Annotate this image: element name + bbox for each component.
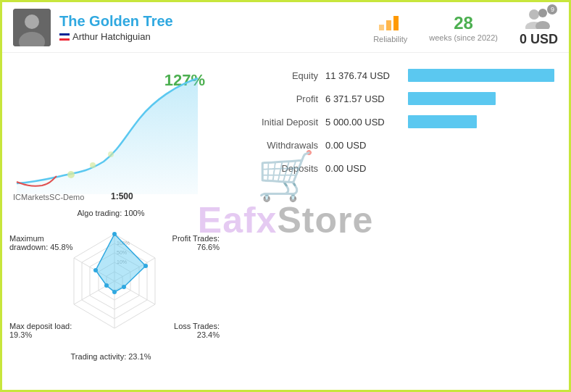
weeks-label: weeks (since 2022) [429, 33, 498, 42]
svg-point-28 [112, 232, 117, 236]
svg-point-12 [108, 151, 114, 157]
subscribers-badge: 9 [547, 4, 557, 14]
flag-icon [59, 33, 70, 41]
metric-row-3: Withdrawals0.00 USD [234, 133, 554, 157]
metric-row-2: Initial Deposit5 000.00 USD [234, 110, 554, 133]
reliability-block: Reliability [373, 12, 407, 43]
author-label: Arthur Hatchiguian [59, 31, 373, 42]
people-icon: 9 [522, 7, 554, 32]
metric-row-4: Deposits0.00 USD [234, 157, 554, 180]
svg-marker-27 [96, 234, 146, 292]
usd-value: 0 USD [520, 32, 558, 47]
right-panel: Equity11 376.74 USDProfit6 371.57 USDIni… [227, 53, 569, 392]
leverage-label: 1:500 [111, 191, 133, 201]
radar-section: Algo trading: 100% Profit Trades: 76.6% … [9, 209, 220, 361]
metric-label-3: Withdrawals [234, 133, 325, 157]
chart-area: 127% [9, 67, 220, 205]
svg-point-1 [25, 14, 39, 29]
svg-point-33 [93, 268, 98, 272]
avatar [13, 9, 51, 46]
radar-container: Algo trading: 100% Profit Trades: 76.6% … [9, 209, 220, 361]
svg-point-6 [529, 9, 539, 20]
metric-value-2: 5 000.00 USD [325, 110, 408, 133]
svg-point-29 [143, 264, 148, 268]
reliability-icon [373, 12, 407, 35]
svg-point-31 [112, 290, 117, 294]
metric-row-0: Equity11 376.74 USD [234, 64, 554, 87]
metric-value-1: 6 371.57 USD [325, 87, 408, 110]
metric-value-0: 11 376.74 USD [325, 64, 408, 87]
metric-label-4: Deposits [234, 157, 325, 180]
metrics-table: Equity11 376.74 USDProfit6 371.57 USDIni… [234, 64, 554, 180]
metric-bar-0 [408, 64, 554, 87]
svg-rect-5 [393, 16, 399, 30]
subscribers-block: 9 0 USD [520, 7, 558, 47]
weeks-count: 28 [429, 13, 498, 33]
radar-label-top: Algo trading: 100% [71, 209, 151, 217]
radar-chart: 100% 50% 10% [57, 223, 172, 339]
metric-bar-3 [408, 133, 554, 157]
main-content: 127% [2, 53, 569, 392]
svg-point-30 [122, 285, 126, 289]
main-container: The Golden Tree Arthur Hatchiguian Relia… [0, 0, 571, 392]
left-panel: 127% [2, 53, 227, 392]
metric-label-0: Equity [234, 64, 325, 87]
svg-point-8 [538, 9, 547, 17]
performance-chart [9, 67, 220, 201]
svg-rect-4 [386, 20, 391, 30]
metric-label-2: Initial Deposit [234, 110, 325, 133]
radar-label-bottom: Trading activity: 23.1% [64, 352, 158, 361]
reliability-label: Reliability [373, 35, 407, 43]
header-info: The Golden Tree Arthur Hatchiguian [59, 12, 373, 42]
metric-value-4: 0.00 USD [325, 157, 408, 180]
svg-point-11 [90, 162, 96, 168]
svg-point-32 [104, 283, 109, 288]
metric-label-1: Profit [234, 87, 325, 110]
weeks-block: 28 weeks (since 2022) [429, 13, 498, 42]
metric-value-3: 0.00 USD [325, 133, 408, 157]
svg-rect-3 [379, 25, 384, 30]
page-title: The Golden Tree [59, 12, 373, 30]
svg-point-9 [535, 21, 550, 29]
metric-bar-4 [408, 157, 554, 180]
metric-bar-1 [408, 87, 554, 110]
metric-bar-2 [408, 110, 554, 133]
header: The Golden Tree Arthur Hatchiguian Relia… [2, 2, 569, 53]
svg-point-10 [67, 171, 75, 178]
metric-row-1: Profit6 371.57 USD [234, 87, 554, 110]
broker-label: ICMarketsSC-Demo [13, 193, 84, 201]
header-stats: Reliability 28 weeks (since 2022) 9 [373, 7, 558, 47]
